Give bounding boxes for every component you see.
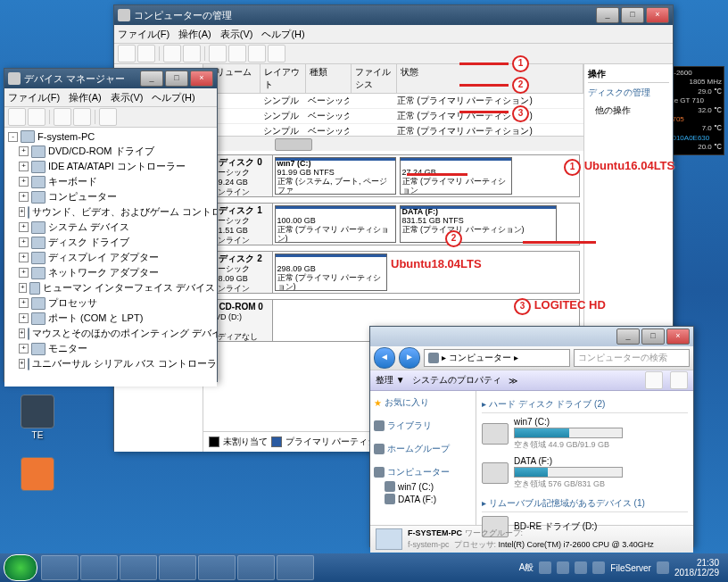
scroll-thumb[interactable]	[275, 138, 312, 151]
taskbar-item[interactable]	[237, 555, 275, 580]
disk-row[interactable]: ⊜ ディスク 2ベーシック298.09 GBオンライン298.09 GB正常 (…	[207, 251, 581, 294]
partition[interactable]: win7 (C:)91.99 GB NTFS正常 (システム, ブート, ページ…	[275, 157, 396, 195]
ime-indicator[interactable]: A般	[519, 561, 534, 574]
device-node[interactable]: +コンピューター	[6, 189, 215, 204]
close-button[interactable]: ×	[190, 71, 213, 87]
volume-row[interactable]: ⊜ シンプルベーシック正常 (プライマリ パーティション)	[203, 94, 584, 109]
menu-file[interactable]: ファイル(F)	[118, 28, 170, 41]
back-button[interactable]: ◄	[374, 347, 395, 369]
device-node[interactable]: +システム デバイス	[6, 220, 215, 235]
tool-button[interactable]	[228, 45, 246, 62]
volume-list[interactable]: ボリューム レイアウト 種類 ファイル シス 状態 ⊜ シンプルベーシック正常 …	[203, 64, 584, 136]
maximize-button[interactable]: □	[165, 71, 188, 87]
expand-icon[interactable]: +	[19, 268, 29, 278]
nav-favorites[interactable]: ★お気に入り	[374, 395, 472, 411]
nav-pane[interactable]: ★お気に入り ライブラリ ホームグループ コンピューター win7 (C:) D…	[370, 391, 476, 525]
expand-icon[interactable]: +	[19, 313, 29, 323]
minimize-button[interactable]: _	[596, 7, 619, 23]
action-more[interactable]: 他の操作	[588, 103, 669, 119]
back-button[interactable]	[8, 108, 26, 126]
help-button[interactable]	[670, 371, 688, 389]
content-pane[interactable]: ▸ ハード ディスク ドライブ (2) win7 (C:)空き領域 44.9 G…	[476, 391, 693, 525]
start-button[interactable]	[4, 554, 37, 581]
disk-row[interactable]: ⊜ ディスク 0ベーシック119.24 GBオンラインwin7 (C:)91.9…	[207, 154, 581, 197]
col-type[interactable]: 種類	[306, 64, 352, 93]
menu-help[interactable]: ヘルプ(H)	[152, 91, 194, 104]
menu-file[interactable]: ファイル(F)	[8, 91, 60, 104]
tray-icon[interactable]	[539, 561, 551, 574]
close-button[interactable]: ×	[666, 328, 690, 345]
partition[interactable]: DATA (F:)831.51 GB NTFS正常 (プライマリ パーティション…	[400, 205, 557, 243]
nav-libraries[interactable]: ライブラリ	[374, 418, 472, 434]
expand-icon[interactable]: -	[8, 132, 18, 142]
maximize-button[interactable]: □	[621, 7, 644, 23]
device-node[interactable]: +サウンド、ビデオ、およびゲーム コントローラー	[6, 204, 215, 220]
titlebar[interactable]: _ □ ×	[370, 327, 693, 346]
expand-icon[interactable]: +	[19, 177, 29, 187]
close-button[interactable]: ×	[646, 7, 669, 23]
device-node[interactable]: +ネットワーク アダプター	[6, 265, 215, 280]
tray-label[interactable]: FileServer	[610, 563, 651, 573]
tool-button[interactable]	[73, 108, 91, 126]
tray-icon[interactable]	[575, 561, 587, 574]
forward-button[interactable]	[137, 45, 155, 62]
device-node[interactable]: +ユニバーサル シリアル バス コントローラー	[6, 356, 215, 371]
desktop-icon[interactable]: TE	[16, 395, 59, 440]
system-tray[interactable]: A般 FileServer 21:30 2018/12/29	[519, 558, 724, 578]
clock-date[interactable]: 2018/12/29	[674, 568, 719, 578]
organize-menu[interactable]: 整理 ▼	[376, 374, 405, 387]
minimize-button[interactable]: _	[616, 328, 640, 345]
expand-icon[interactable]: +	[19, 328, 25, 338]
view-button[interactable]	[645, 371, 663, 389]
desktop-icon[interactable]	[16, 457, 59, 493]
device-node[interactable]: +モニター	[6, 341, 215, 356]
address-bar[interactable]: ▸コンピューター▸	[424, 349, 570, 367]
partition[interactable]: 100.00 GB正常 (プライマリ パーティション)	[275, 205, 396, 243]
forward-button[interactable]	[28, 108, 46, 126]
taskbar-item[interactable]	[80, 555, 118, 580]
nav-computer[interactable]: コンピューター	[374, 464, 472, 480]
menu-help[interactable]: ヘルプ(H)	[261, 28, 304, 41]
device-node[interactable]: +ディスク ドライブ	[6, 235, 215, 250]
menu-action[interactable]: 操作(A)	[69, 91, 102, 104]
search-input[interactable]: コンピューターの検索	[574, 349, 690, 367]
taskbar-item[interactable]	[41, 555, 79, 580]
col-status[interactable]: 状態	[397, 64, 584, 93]
volume-row[interactable]: ⊜ シンプルベーシック正常 (プライマリ パーティション)	[203, 109, 584, 124]
device-tree[interactable]: -F-system-PC +DVD/CD-ROM ドライブ+IDE ATA/AT…	[4, 128, 217, 387]
disk-row[interactable]: ⊜ ディスク 1ベーシック931.51 GBオンライン100.00 GB正常 (…	[207, 203, 581, 245]
nav-drive-f[interactable]: DATA (F:)	[374, 493, 472, 505]
titlebar[interactable]: デバイス マネージャー _ □ ×	[4, 69, 217, 88]
expand-icon[interactable]: +	[19, 344, 29, 353]
taskbar-item[interactable]	[277, 555, 314, 580]
col-fs[interactable]: ファイル シス	[352, 64, 397, 93]
section-hdd[interactable]: ▸ ハード ディスク ドライブ (2)	[482, 396, 688, 413]
device-node[interactable]: +ポート (COM と LPT)	[6, 311, 215, 326]
tool-button[interactable]	[248, 45, 266, 62]
tray-icon[interactable]	[557, 561, 569, 574]
back-button[interactable]	[118, 45, 136, 62]
partition[interactable]: 298.09 GB正常 (プライマリ パーティション)	[275, 254, 387, 291]
device-node[interactable]: +マウスとそのほかのポインティング デバイス	[6, 326, 215, 341]
minimize-button[interactable]: _	[140, 71, 163, 87]
device-node[interactable]: +DVD/CD-ROM ドライブ	[6, 144, 215, 159]
action-diskmgmt[interactable]: ディスクの管理	[588, 83, 669, 103]
device-node[interactable]: +ヒューマン インターフェイス デバイス	[6, 280, 215, 295]
expand-icon[interactable]: +	[19, 237, 29, 247]
menu-view[interactable]: 表示(V)	[220, 28, 253, 41]
forward-button[interactable]: ►	[399, 347, 420, 369]
volume-row[interactable]: ⊜ シンプルベーシック正常 (プライマリ パーティション)	[203, 124, 584, 136]
expand-icon[interactable]: +	[19, 298, 29, 308]
device-node[interactable]: +ディスプレイ アダプター	[6, 250, 215, 265]
titlebar[interactable]: コンピューターの管理 _ □ ×	[114, 5, 673, 25]
nav-drive-c[interactable]: win7 (C:)	[374, 480, 472, 493]
drive-item[interactable]: DATA (F:)空き領域 576 GB/831 GB	[482, 456, 688, 490]
expand-icon[interactable]: +	[19, 207, 25, 217]
device-node[interactable]: +プロセッサ	[6, 295, 215, 311]
drive-item[interactable]: win7 (C:)空き領域 44.9 GB/91.9 GB	[482, 417, 688, 451]
taskbar-item[interactable]	[159, 555, 196, 580]
menu-view[interactable]: 表示(V)	[111, 91, 144, 104]
tool-button[interactable]	[268, 45, 285, 62]
expand-icon[interactable]: +	[19, 283, 27, 293]
tray-icon[interactable]	[592, 561, 605, 574]
